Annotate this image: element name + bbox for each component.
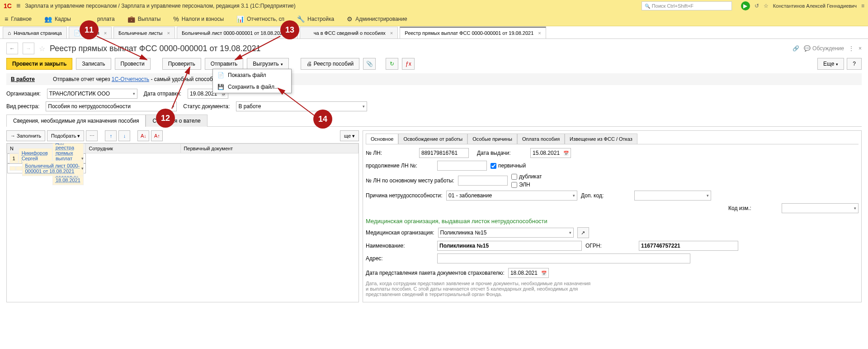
tab-sickdoc[interactable]: Больничный лист 0000-000001 от 18.08.202… xyxy=(177,27,298,38)
attach-icon[interactable]: 📎 xyxy=(363,58,376,70)
ln-place-field[interactable] xyxy=(458,176,508,186)
tab-registry[interactable]: Реестр прямых выплат ФСС 0000-000001 от … xyxy=(400,27,546,38)
status-label[interactable]: В работе xyxy=(11,76,35,82)
favorite-icon[interactable]: ☆ xyxy=(39,44,45,53)
pick-button[interactable]: Подобрать ▾ xyxy=(47,130,84,141)
discuss-button[interactable]: 💬Обсуждение xyxy=(804,45,844,52)
right-pane: Основное Освобождение от работы Особые п… xyxy=(363,130,862,302)
cont-ln-field[interactable] xyxy=(437,161,487,171)
more-icon[interactable]: ⋮ xyxy=(849,45,854,52)
issue-date-field[interactable]: 15.08.2021 xyxy=(530,148,571,158)
menu-salary[interactable]: рплата xyxy=(97,16,115,22)
post-close-button[interactable]: Провести и закрыть xyxy=(6,58,72,70)
menu-main[interactable]: ≡Главное xyxy=(5,15,32,23)
export-button[interactable]: Выгрузить xyxy=(247,58,289,70)
menu-reports[interactable]: 📊Отчетность, сп xyxy=(236,15,284,23)
close-icon[interactable]: × xyxy=(104,30,107,36)
back-button[interactable]: ← xyxy=(6,43,18,54)
rtab-notice[interactable]: Извещение из ФСС / Отказ xyxy=(565,134,637,144)
link-icon[interactable]: 🔗 xyxy=(793,45,799,52)
changecode-field[interactable] xyxy=(782,203,859,213)
org-label: Организация: xyxy=(6,91,41,97)
close-icon[interactable]: × xyxy=(390,30,393,36)
tab-fss[interactable]: ча в ФСС сведений о пособиях× xyxy=(300,27,398,38)
menu-taxes[interactable]: %Налоги и взносы xyxy=(173,15,224,23)
reporting-link[interactable]: 1С-Отчетность xyxy=(112,76,149,82)
lp-more-button[interactable]: ще ▾ xyxy=(340,130,359,141)
history-icon[interactable]: ↺ xyxy=(755,3,759,9)
eln-checkbox[interactable]: ЭЛН xyxy=(511,182,542,188)
primary-checkbox[interactable]: первичный xyxy=(491,163,526,169)
check-button[interactable]: Проверить xyxy=(162,58,201,70)
doc-status-field[interactable]: В работе xyxy=(236,101,367,111)
logo-1c: 1С xyxy=(4,2,12,10)
dd-show-file[interactable]: 📄Показать файл xyxy=(213,69,291,81)
action-toolbar: Провести и закрыть Записать Провести Про… xyxy=(6,58,862,70)
forward-button[interactable]: → xyxy=(23,43,34,54)
tab-home[interactable]: ⌂Начальная страница xyxy=(3,27,67,38)
send-button[interactable]: Отправить xyxy=(205,58,244,70)
dots-icon[interactable]: ⋯ xyxy=(86,130,98,141)
registry-button[interactable]: 🖨 Реестр пособий xyxy=(301,58,360,70)
ln-field[interactable]: 889179816761 xyxy=(419,148,469,158)
close-icon[interactable]: × xyxy=(538,30,541,36)
reason-field[interactable]: 01 - заболевание xyxy=(446,191,577,201)
med-section-title: Медицинская организация, выдавшая листок… xyxy=(366,218,859,225)
org-field[interactable]: ТРАНСЛОГИСТИК ООО xyxy=(47,89,137,99)
submit-date-field[interactable]: 18.08.2021 xyxy=(508,268,549,278)
username[interactable]: Константинов Алексей Геннадиевич xyxy=(773,3,857,9)
up-icon[interactable]: ↑ xyxy=(105,130,117,141)
addcode-field[interactable] xyxy=(634,191,711,201)
rtab-main[interactable]: Основное xyxy=(366,134,398,144)
annotation-11: 11 xyxy=(80,20,99,39)
post-button[interactable]: Провести xyxy=(115,58,151,70)
annotation-13: 13 xyxy=(280,20,299,39)
user-menu-icon[interactable]: ≡ xyxy=(861,3,864,9)
titlebar: 1С ≡ Зарплата и управление персоналом / … xyxy=(0,0,868,12)
page-title: Реестр прямых выплат ФСС 0000-000001 от … xyxy=(50,44,260,53)
tab-sicklists[interactable]: Больничные листы× xyxy=(113,27,175,38)
sort-asc-icon[interactable]: A↓ xyxy=(137,130,149,141)
menu-admin[interactable]: ⚙Администрирование xyxy=(347,15,407,23)
dd-save-file[interactable]: 💾Сохранить в файл... xyxy=(213,81,291,93)
menu-settings[interactable]: 🔧Настройка xyxy=(297,15,334,23)
menubar: ≡Главное 👥Кадры рплата 💼Выплаты %Налоги … xyxy=(0,12,868,26)
refresh-icon[interactable]: ↻ xyxy=(386,58,398,70)
menu-icon[interactable]: ≡ xyxy=(16,2,20,10)
fill-button[interactable]: → Заполнить xyxy=(6,130,45,141)
menu-hr[interactable]: 👥Кадры xyxy=(44,15,71,23)
footnote: Дата, когда сотрудник представил заявлен… xyxy=(366,281,592,297)
fx-icon[interactable]: ƒx xyxy=(402,58,415,70)
reg-type-field[interactable]: Пособия по нетрудоспособности xyxy=(46,101,177,111)
close-icon[interactable]: × xyxy=(167,30,170,36)
file-icon: 📄 xyxy=(217,72,224,78)
employees-table[interactable]: N Сотрудник Первичный документ 1 Никифор… xyxy=(6,143,359,302)
addr-field[interactable] xyxy=(437,253,690,263)
open-icon[interactable]: ↗ xyxy=(577,227,589,238)
ctab-info[interactable]: Сведения, необходимые для назначения пос… xyxy=(6,115,146,127)
help-button[interactable]: ? xyxy=(847,58,862,70)
star-icon[interactable]: ☆ xyxy=(764,3,769,9)
search-input[interactable]: Поиск Ctrl+Shift+F xyxy=(642,1,732,10)
rtab-release[interactable]: Освобождение от работы xyxy=(398,134,467,144)
doc-link[interactable]: Больничный лист 0000-000001 от 18.08.202… xyxy=(25,163,80,174)
doc-status-label: Статус документа: xyxy=(183,103,230,110)
menu-payments[interactable]: 💼Выплаты xyxy=(127,15,161,23)
play-icon[interactable]: ▶ xyxy=(741,1,750,10)
close-page-icon[interactable]: × xyxy=(859,45,862,52)
duplicate-checkbox[interactable]: дубликат xyxy=(511,173,542,180)
sort-desc-icon[interactable]: A↑ xyxy=(151,130,163,141)
status-row: В работе Отправьте отчет через 1С-Отчетн… xyxy=(6,73,862,85)
more-button[interactable]: Еще xyxy=(817,58,844,70)
annotation-12: 12 xyxy=(156,109,175,128)
down-icon[interactable]: ↓ xyxy=(118,130,130,141)
ogrn-field[interactable]: 1167746757221 xyxy=(639,241,738,251)
save-button[interactable]: Записать xyxy=(76,58,111,70)
ctab-insurer[interactable]: Сведения о вателе xyxy=(146,115,207,127)
medorg-field[interactable]: Поликлиника №15 xyxy=(438,228,574,238)
content-tabs: Сведения, необходимые для назначения пос… xyxy=(6,114,862,127)
table-row[interactable]: Больничный лист 0000-000001 от 18.08.202… xyxy=(7,163,86,173)
rtab-payment[interactable]: Оплата пособия xyxy=(517,134,565,144)
rtab-special[interactable]: Особые причины xyxy=(467,134,517,144)
medname-field[interactable]: Поликлиника №15 xyxy=(437,241,582,251)
